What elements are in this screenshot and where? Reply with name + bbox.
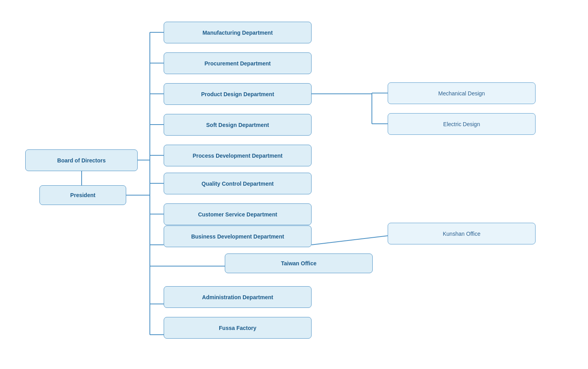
process-dev-dept: Process Development Department <box>164 145 312 166</box>
president: President <box>39 185 126 205</box>
manufacturing-dept: Manufacturing Department <box>164 22 312 43</box>
electric-design: Electric Design <box>388 113 536 135</box>
taiwan-office: Taiwan Office <box>225 253 373 273</box>
business-dev-dept: Business Development Department <box>164 226 312 247</box>
admin-dept: Administration Department <box>164 286 312 308</box>
org-chart: Board of Directors President Manufacturi… <box>0 0 588 369</box>
kunshan-office: Kunshan Office <box>388 223 536 244</box>
fussa-factory: Fussa Factory <box>164 317 312 339</box>
quality-ctrl-dept: Quality Control Department <box>164 173 312 194</box>
svg-line-18 <box>312 236 388 245</box>
soft-design-dept: Soft Design Department <box>164 114 312 136</box>
board-of-directors: Board of Directors <box>25 149 138 171</box>
procurement-dept: Procurement Department <box>164 52 312 74</box>
product-design-dept: Product Design Department <box>164 83 312 105</box>
mechanical-design: Mechanical Design <box>388 82 536 104</box>
customer-svc-dept: Customer Service Department <box>164 203 312 225</box>
